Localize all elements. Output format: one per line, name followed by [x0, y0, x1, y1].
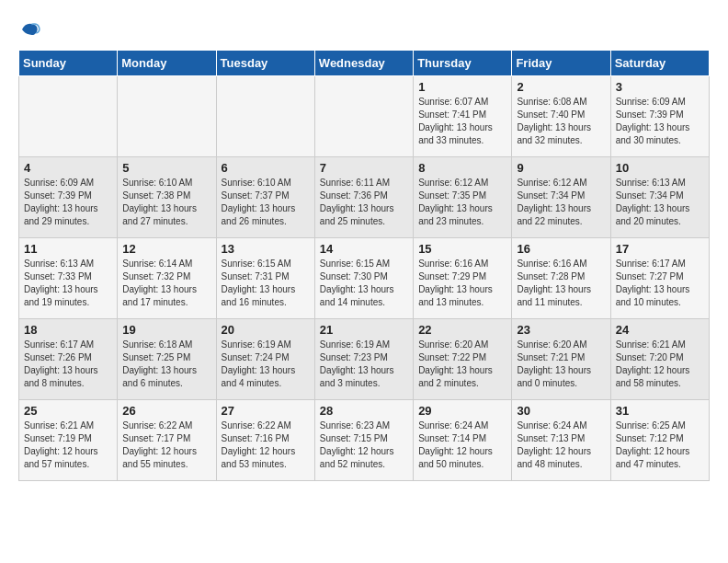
- cell-content: Sunrise: 6:16 AM Sunset: 7:29 PM Dayligh…: [418, 258, 506, 309]
- cell-content: Sunrise: 6:21 AM Sunset: 7:19 PM Dayligh…: [24, 419, 112, 471]
- cell-content: Sunrise: 6:13 AM Sunset: 7:33 PM Dayligh…: [24, 258, 112, 309]
- calendar-cell: 2Sunrise: 6:08 AM Sunset: 7:40 PM Daylig…: [512, 76, 610, 157]
- calendar-cell: 26Sunrise: 6:22 AM Sunset: 7:17 PM Dayli…: [118, 400, 216, 481]
- header-saturday: Saturday: [610, 51, 709, 76]
- calendar-cell: 24Sunrise: 6:21 AM Sunset: 7:20 PM Dayli…: [610, 319, 709, 400]
- week-row-4: 25Sunrise: 6:21 AM Sunset: 7:19 PM Dayli…: [19, 400, 710, 481]
- day-number: 24: [616, 323, 704, 337]
- cell-content: Sunrise: 6:11 AM Sunset: 7:36 PM Dayligh…: [320, 177, 408, 228]
- day-number: 29: [418, 404, 506, 418]
- day-number: 30: [517, 404, 605, 418]
- day-number: 15: [418, 242, 506, 256]
- cell-content: Sunrise: 6:15 AM Sunset: 7:31 PM Dayligh…: [222, 258, 310, 309]
- calendar-cell: 7Sunrise: 6:11 AM Sunset: 7:36 PM Daylig…: [314, 157, 413, 238]
- calendar-cell: [216, 76, 314, 157]
- calendar-cell: 17Sunrise: 6:17 AM Sunset: 7:27 PM Dayli…: [610, 238, 709, 319]
- cell-content: Sunrise: 6:14 AM Sunset: 7:32 PM Dayligh…: [122, 258, 210, 309]
- cell-content: Sunrise: 6:10 AM Sunset: 7:37 PM Dayligh…: [222, 177, 310, 228]
- day-number: 11: [24, 242, 112, 256]
- calendar-cell: 9Sunrise: 6:12 AM Sunset: 7:34 PM Daylig…: [512, 157, 610, 238]
- cell-content: Sunrise: 6:20 AM Sunset: 7:22 PM Dayligh…: [418, 339, 506, 390]
- day-number: 26: [122, 404, 210, 418]
- calendar-cell: 28Sunrise: 6:23 AM Sunset: 7:15 PM Dayli…: [314, 400, 413, 481]
- day-number: 19: [122, 323, 210, 337]
- day-number: 20: [222, 323, 310, 337]
- calendar-cell: 31Sunrise: 6:25 AM Sunset: 7:12 PM Dayli…: [610, 400, 709, 481]
- logo-icon: [18, 18, 40, 40]
- calendar-cell: 19Sunrise: 6:18 AM Sunset: 7:25 PM Dayli…: [118, 319, 216, 400]
- cell-content: Sunrise: 6:10 AM Sunset: 7:38 PM Dayligh…: [122, 177, 210, 228]
- calendar-cell: 4Sunrise: 6:09 AM Sunset: 7:39 PM Daylig…: [19, 157, 118, 238]
- header-row: SundayMondayTuesdayWednesdayThursdayFrid…: [19, 51, 710, 76]
- calendar-cell: 5Sunrise: 6:10 AM Sunset: 7:38 PM Daylig…: [118, 157, 216, 238]
- cell-content: Sunrise: 6:25 AM Sunset: 7:12 PM Dayligh…: [616, 419, 704, 471]
- day-number: 1: [418, 80, 506, 94]
- calendar-header: SundayMondayTuesdayWednesdayThursdayFrid…: [19, 51, 710, 76]
- day-number: 22: [418, 323, 506, 337]
- cell-content: Sunrise: 6:23 AM Sunset: 7:15 PM Dayligh…: [320, 419, 408, 471]
- calendar-cell: 3Sunrise: 6:09 AM Sunset: 7:39 PM Daylig…: [610, 76, 709, 157]
- day-number: 13: [222, 242, 310, 256]
- cell-content: Sunrise: 6:15 AM Sunset: 7:30 PM Dayligh…: [320, 258, 408, 309]
- calendar-cell: 14Sunrise: 6:15 AM Sunset: 7:30 PM Dayli…: [314, 238, 413, 319]
- day-number: 9: [517, 161, 605, 175]
- day-number: 31: [616, 404, 704, 418]
- day-number: 10: [616, 161, 704, 175]
- calendar-cell: 8Sunrise: 6:12 AM Sunset: 7:35 PM Daylig…: [414, 157, 512, 238]
- calendar-cell: 1Sunrise: 6:07 AM Sunset: 7:41 PM Daylig…: [414, 76, 512, 157]
- header-wednesday: Wednesday: [314, 51, 413, 76]
- calendar-cell: 18Sunrise: 6:17 AM Sunset: 7:26 PM Dayli…: [19, 319, 118, 400]
- day-number: 6: [222, 161, 310, 175]
- calendar-cell: 11Sunrise: 6:13 AM Sunset: 7:33 PM Dayli…: [19, 238, 118, 319]
- cell-content: Sunrise: 6:17 AM Sunset: 7:26 PM Dayligh…: [24, 339, 112, 390]
- day-number: 16: [517, 242, 605, 256]
- week-row-2: 11Sunrise: 6:13 AM Sunset: 7:33 PM Dayli…: [19, 238, 710, 319]
- day-number: 21: [320, 323, 408, 337]
- header-thursday: Thursday: [414, 51, 512, 76]
- calendar-cell: 21Sunrise: 6:19 AM Sunset: 7:23 PM Dayli…: [314, 319, 413, 400]
- day-number: 5: [122, 161, 210, 175]
- calendar-cell: 29Sunrise: 6:24 AM Sunset: 7:14 PM Dayli…: [414, 400, 512, 481]
- header-monday: Monday: [118, 51, 216, 76]
- calendar-table: SundayMondayTuesdayWednesdayThursdayFrid…: [18, 50, 710, 481]
- calendar-cell: 25Sunrise: 6:21 AM Sunset: 7:19 PM Dayli…: [19, 400, 118, 481]
- cell-content: Sunrise: 6:18 AM Sunset: 7:25 PM Dayligh…: [122, 339, 210, 390]
- cell-content: Sunrise: 6:22 AM Sunset: 7:17 PM Dayligh…: [122, 419, 210, 471]
- day-number: 8: [418, 161, 506, 175]
- calendar-cell: 10Sunrise: 6:13 AM Sunset: 7:34 PM Dayli…: [610, 157, 709, 238]
- day-number: 23: [517, 323, 605, 337]
- cell-content: Sunrise: 6:22 AM Sunset: 7:16 PM Dayligh…: [222, 419, 310, 471]
- cell-content: Sunrise: 6:19 AM Sunset: 7:23 PM Dayligh…: [320, 339, 408, 390]
- cell-content: Sunrise: 6:09 AM Sunset: 7:39 PM Dayligh…: [24, 177, 112, 228]
- calendar-cell: 6Sunrise: 6:10 AM Sunset: 7:37 PM Daylig…: [216, 157, 314, 238]
- cell-content: Sunrise: 6:07 AM Sunset: 7:41 PM Dayligh…: [418, 96, 506, 147]
- calendar-cell: 22Sunrise: 6:20 AM Sunset: 7:22 PM Dayli…: [414, 319, 512, 400]
- calendar-cell: 16Sunrise: 6:16 AM Sunset: 7:28 PM Dayli…: [512, 238, 610, 319]
- day-number: 27: [222, 404, 310, 418]
- day-number: 25: [24, 404, 112, 418]
- day-number: 18: [24, 323, 112, 337]
- week-row-0: 1Sunrise: 6:07 AM Sunset: 7:41 PM Daylig…: [19, 76, 710, 157]
- calendar-cell: 30Sunrise: 6:24 AM Sunset: 7:13 PM Dayli…: [512, 400, 610, 481]
- header-sunday: Sunday: [19, 51, 118, 76]
- cell-content: Sunrise: 6:17 AM Sunset: 7:27 PM Dayligh…: [616, 258, 704, 309]
- header-friday: Friday: [512, 51, 610, 76]
- cell-content: Sunrise: 6:24 AM Sunset: 7:13 PM Dayligh…: [517, 419, 605, 471]
- calendar-cell: 15Sunrise: 6:16 AM Sunset: 7:29 PM Dayli…: [414, 238, 512, 319]
- calendar-body: 1Sunrise: 6:07 AM Sunset: 7:41 PM Daylig…: [19, 76, 710, 481]
- page-header: [18, 18, 710, 40]
- calendar-cell: 20Sunrise: 6:19 AM Sunset: 7:24 PM Dayli…: [216, 319, 314, 400]
- cell-content: Sunrise: 6:13 AM Sunset: 7:34 PM Dayligh…: [616, 177, 704, 228]
- cell-content: Sunrise: 6:09 AM Sunset: 7:39 PM Dayligh…: [616, 96, 704, 147]
- week-row-3: 18Sunrise: 6:17 AM Sunset: 7:26 PM Dayli…: [19, 319, 710, 400]
- cell-content: Sunrise: 6:12 AM Sunset: 7:34 PM Dayligh…: [517, 177, 605, 228]
- cell-content: Sunrise: 6:12 AM Sunset: 7:35 PM Dayligh…: [418, 177, 506, 228]
- calendar-cell: 23Sunrise: 6:20 AM Sunset: 7:21 PM Dayli…: [512, 319, 610, 400]
- calendar-cell: 12Sunrise: 6:14 AM Sunset: 7:32 PM Dayli…: [118, 238, 216, 319]
- day-number: 28: [320, 404, 408, 418]
- day-number: 2: [517, 80, 605, 94]
- cell-content: Sunrise: 6:20 AM Sunset: 7:21 PM Dayligh…: [517, 339, 605, 390]
- day-number: 14: [320, 242, 408, 256]
- day-number: 4: [24, 161, 112, 175]
- calendar-cell: [19, 76, 118, 157]
